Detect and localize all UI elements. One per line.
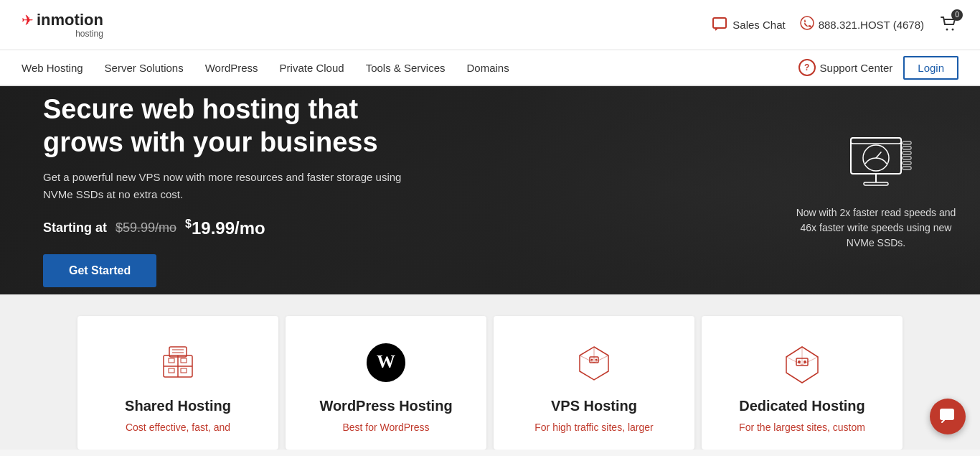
svg-point-1: [801, 17, 814, 29]
nav-domains[interactable]: Domains: [467, 52, 509, 84]
cart-badge: 0: [951, 9, 963, 21]
phone-icon: [800, 16, 814, 34]
support-icon: ?: [798, 59, 816, 76]
dedicated-hosting-desc: For the largest sites, custom: [716, 420, 888, 435]
logo-sub: hosting: [22, 29, 103, 38]
wordpress-hosting-desc: Best for WordPress: [300, 420, 472, 435]
svg-rect-12: [903, 152, 911, 154]
svg-point-34: [804, 360, 806, 363]
card-shared-hosting[interactable]: Shared Hosting Cost effective, fast, and: [77, 316, 278, 450]
logo-swoosh: ✈: [22, 13, 34, 27]
nav-left: Web Hosting Server Solutions WordPress P…: [22, 52, 509, 84]
wordpress-hosting-title: WordPress Hosting: [300, 398, 472, 414]
svg-point-2: [946, 28, 948, 30]
chat-icon: [712, 17, 728, 33]
logo[interactable]: ✈ inmotion hosting: [22, 12, 103, 38]
price-label: Starting at: [43, 220, 107, 236]
svg-rect-35: [940, 409, 954, 420]
nav-wordpress[interactable]: WordPress: [205, 52, 258, 84]
hero-description: Get a powerful new VPS now with more res…: [43, 169, 402, 203]
svg-rect-25: [181, 368, 187, 373]
svg-rect-0: [713, 18, 726, 28]
shared-hosting-title: Shared Hosting: [92, 398, 264, 414]
header-right: Sales Chat 888.321.HOST (4678) 0: [712, 14, 958, 37]
wordpress-hosting-icon: W: [300, 338, 472, 388]
hero-price: Starting at $59.99/mo $19.99/mo: [43, 218, 729, 238]
price-currency: $: [185, 218, 192, 230]
svg-rect-23: [181, 358, 187, 363]
sales-chat-label: Sales Chat: [732, 19, 785, 31]
svg-line-7: [876, 152, 881, 158]
svg-rect-24: [169, 368, 174, 373]
svg-rect-15: [903, 167, 911, 169]
svg-point-31: [595, 359, 598, 361]
hosting-cards-section: Shared Hosting Cost effective, fast, and…: [0, 294, 980, 450]
vps-hosting-title: VPS Hosting: [508, 398, 680, 414]
phone-area: 888.321.HOST (4678): [800, 16, 924, 34]
shared-hosting-desc: Cost effective, fast, and: [92, 420, 264, 435]
nav-server-solutions[interactable]: Server Solutions: [105, 52, 184, 84]
hero-title: Secure web hosting that grows with your …: [43, 93, 438, 159]
card-vps-hosting[interactable]: VPS Hosting For high traffic sites, larg…: [494, 316, 694, 450]
login-button[interactable]: Login: [903, 56, 958, 80]
floating-chat-icon: [938, 407, 957, 426]
card-wordpress-hosting[interactable]: W WordPress Hosting Best for WordPress: [286, 316, 486, 450]
get-started-button[interactable]: Get Started: [43, 254, 156, 287]
floating-chat-button[interactable]: [930, 399, 966, 434]
svg-rect-9: [864, 182, 888, 185]
svg-rect-11: [903, 146, 911, 149]
hero-content: Secure web hosting that grows with your …: [0, 86, 772, 294]
card-dedicated-hosting[interactable]: Dedicated Hosting For the largest sites,…: [702, 316, 903, 450]
nav-tools-services[interactable]: Tools & Services: [366, 52, 446, 84]
cart-button[interactable]: 0: [938, 14, 958, 37]
shared-hosting-icon: [92, 338, 264, 388]
nav-private-cloud[interactable]: Private Cloud: [280, 52, 344, 84]
svg-rect-5: [851, 138, 901, 144]
svg-rect-10: [903, 141, 911, 144]
nav-web-hosting[interactable]: Web Hosting: [22, 52, 83, 84]
nav-right: ? Support Center Login: [798, 56, 958, 80]
svg-point-30: [591, 359, 593, 361]
server-icon: [837, 131, 915, 195]
price-new: $19.99/mo: [185, 218, 265, 238]
svg-text:W: W: [377, 351, 395, 372]
svg-point-33: [798, 360, 801, 363]
svg-rect-22: [169, 358, 174, 363]
logo-brand: inmotion: [37, 12, 103, 28]
svg-point-3: [952, 28, 954, 30]
vps-hosting-desc: For high traffic sites, larger: [508, 420, 680, 435]
support-center-button[interactable]: ? Support Center: [798, 59, 893, 76]
hero-section: Secure web hosting that grows with your …: [0, 86, 980, 294]
svg-rect-14: [903, 162, 911, 164]
sales-chat-button[interactable]: Sales Chat: [712, 17, 785, 33]
phone-number: 888.321.HOST (4678): [819, 19, 924, 31]
dedicated-hosting-title: Dedicated Hosting: [716, 398, 888, 414]
hero-side-text: Now with 2x faster read speeds and 46x f…: [793, 205, 958, 251]
main-nav: Web Hosting Server Solutions WordPress P…: [0, 50, 980, 86]
vps-hosting-icon: [508, 338, 680, 388]
hero-right: Now with 2x faster read speeds and 46x f…: [772, 109, 980, 272]
svg-rect-13: [903, 157, 911, 159]
price-old: $59.99/mo: [116, 220, 176, 236]
header: ✈ inmotion hosting Sales Chat 888.321.HO…: [0, 0, 980, 50]
price-suffix: /mo: [235, 218, 265, 238]
dedicated-hosting-icon: [716, 338, 888, 388]
support-label: Support Center: [820, 62, 893, 74]
